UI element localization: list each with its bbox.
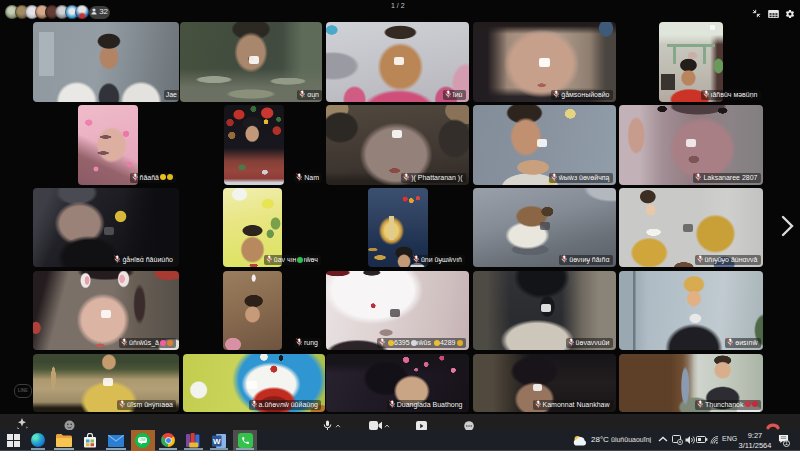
svg-text:LINE: LINE bbox=[140, 438, 146, 442]
svg-text:W: W bbox=[213, 436, 221, 445]
